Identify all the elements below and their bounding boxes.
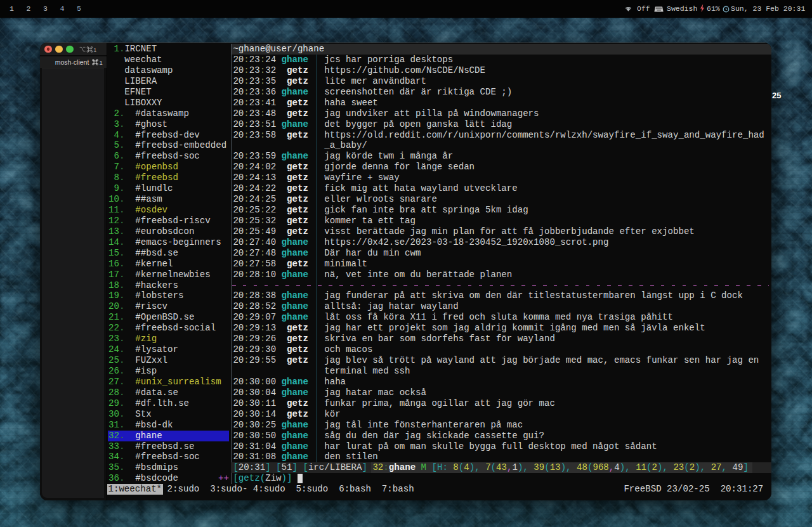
svg-text:1: 1 — [100, 59, 103, 65]
svg-text:1: 1 — [93, 47, 96, 53]
